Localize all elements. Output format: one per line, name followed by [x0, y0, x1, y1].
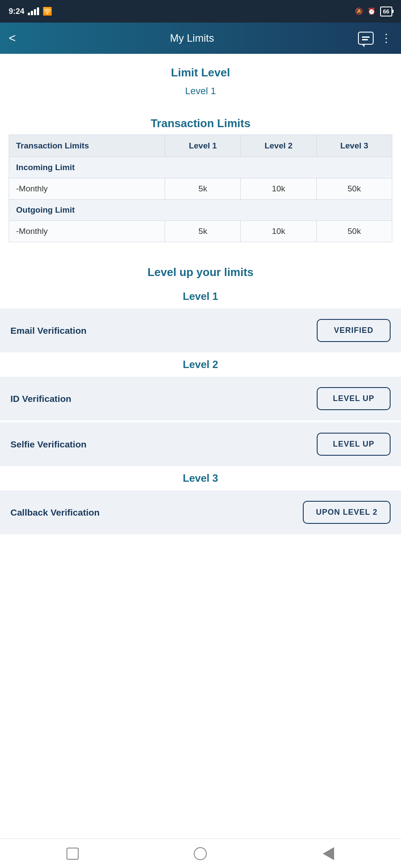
home-nav-button[interactable] [192, 845, 209, 862]
outgoing-monthly-row: -Monthly 5k 10k 50k [9, 221, 392, 242]
id-verification-label: ID Verification [10, 394, 71, 404]
incoming-monthly-label: -Monthly [9, 178, 165, 200]
selfie-verification-label: Selfie Verification [10, 439, 86, 450]
email-verification-row: Email Verification VERIFIED [0, 309, 401, 352]
callback-verification-row: Callback Verification UPON LEVEL 2 [0, 490, 401, 534]
incoming-monthly-row: -Monthly 5k 10k 50k [9, 178, 392, 200]
page-title: My Limits [26, 32, 358, 44]
app-bar-icons: ⋮ [358, 32, 392, 45]
incoming-level3-value: 50k [316, 178, 392, 200]
selfie-level-up-button[interactable]: LEVEL UP [317, 433, 391, 456]
outgoing-level2-value: 10k [241, 221, 316, 242]
battery-display: 66 [380, 7, 392, 16]
back-nav-button[interactable] [320, 845, 337, 862]
id-verification-row: ID Verification LEVEL UP [0, 377, 401, 421]
back-button[interactable]: < [9, 31, 26, 45]
chat-icon[interactable] [358, 32, 374, 45]
callback-upon-level2-button[interactable]: UPON LEVEL 2 [303, 501, 391, 524]
square-nav-button[interactable] [64, 845, 81, 862]
chat-lines [362, 36, 370, 40]
circle-icon [194, 847, 207, 860]
level1-heading: Level 1 [0, 286, 401, 309]
table-header-row: Transaction Limits Level 1 Level 2 Level… [9, 135, 392, 157]
col-header-name: Transaction Limits [9, 135, 165, 157]
wifi-icon: 🛜 [43, 7, 52, 16]
selfie-verification-row: Selfie Verification LEVEL UP [0, 422, 401, 466]
more-options-icon[interactable]: ⋮ [381, 32, 392, 45]
triangle-icon [323, 847, 334, 860]
outgoing-limit-header-row: Outgoing Limit [9, 200, 392, 221]
email-verification-label: Email Verification [10, 326, 86, 336]
incoming-level1-value: 5k [165, 178, 241, 200]
level3-heading: Level 3 [0, 468, 401, 490]
signal-bars-icon [28, 7, 39, 15]
nav-bar [0, 838, 401, 868]
transaction-limits-table: Transaction Limits Level 1 Level 2 Level… [9, 135, 392, 242]
limit-level-title: Limit Level [0, 54, 401, 84]
status-bar: 9:24 🛜 🔕 ⏰ 66 [0, 0, 401, 23]
email-verified-button[interactable]: VERIFIED [317, 319, 391, 342]
status-left: 9:24 🛜 [9, 7, 52, 16]
transaction-limits-title: Transaction Limits [0, 105, 401, 135]
col-header-level3: Level 3 [316, 135, 392, 157]
level-up-section: Level up your limits Level 1 Email Verif… [0, 251, 401, 540]
outgoing-limit-label: Outgoing Limit [9, 200, 392, 221]
mute-icon: 🔕 [355, 7, 363, 15]
status-right: 🔕 ⏰ 66 [355, 7, 392, 16]
time-display: 9:24 [9, 7, 24, 16]
outgoing-level1-value: 5k [165, 221, 241, 242]
bottom-spacer [0, 540, 401, 575]
incoming-level2-value: 10k [241, 178, 316, 200]
col-header-level2: Level 2 [241, 135, 316, 157]
app-bar: < My Limits ⋮ [0, 23, 401, 54]
back-arrow-icon: < [9, 31, 16, 45]
incoming-limit-label: Incoming Limit [9, 157, 392, 178]
square-icon [66, 848, 79, 860]
current-level: Level 1 [0, 84, 401, 105]
incoming-limit-header-row: Incoming Limit [9, 157, 392, 178]
level-up-title: Level up your limits [0, 255, 401, 286]
alarm-icon: ⏰ [368, 7, 376, 15]
outgoing-level3-value: 50k [316, 221, 392, 242]
callback-verification-label: Callback Verification [10, 507, 99, 518]
id-level-up-button[interactable]: LEVEL UP [317, 387, 391, 410]
main-content: Limit Level Level 1 Transaction Limits T… [0, 54, 401, 584]
outgoing-monthly-label: -Monthly [9, 221, 165, 242]
col-header-level1: Level 1 [165, 135, 241, 157]
level2-heading: Level 2 [0, 354, 401, 377]
